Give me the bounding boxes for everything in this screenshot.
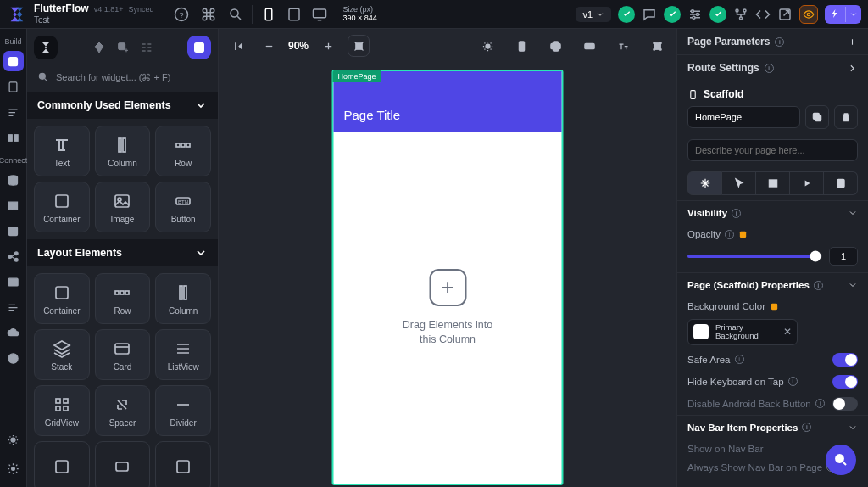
widget-search[interactable]: Search for widget... (⌘ + F) [27, 66, 218, 92]
phone-portrait-icon[interactable] [261, 7, 276, 22]
widget-row-2[interactable]: Row [95, 273, 151, 324]
resize-handles-toggle[interactable] [348, 35, 370, 57]
tab-docs[interactable] [824, 171, 858, 195]
widget-image[interactable]: Image [95, 182, 151, 232]
rail-tests[interactable] [3, 348, 24, 368]
widget-more-2[interactable] [95, 441, 151, 487]
page-description-input[interactable] [687, 139, 858, 161]
rail-settings[interactable] [3, 458, 24, 479]
plus-icon: + [429, 269, 466, 306]
route-settings-header[interactable]: Route Settingsi [677, 55, 868, 81]
widget-card[interactable]: Card [95, 329, 151, 380]
page-parameters-header[interactable]: Page Parametersi [677, 29, 868, 55]
widget-stack[interactable]: Stack [34, 329, 90, 380]
device-preview[interactable]: HomePage Page Title + Drag Elements into… [332, 70, 564, 485]
copy-button[interactable] [805, 105, 829, 129]
tab-cursor[interactable] [722, 171, 756, 195]
rail-widgets[interactable] [3, 51, 24, 71]
canvas-size: Size (px) 390 × 844 [342, 6, 376, 23]
tab-actions[interactable] [687, 171, 722, 195]
rail-tree[interactable] [3, 102, 24, 122]
widget-spacer[interactable]: Spacer [95, 385, 151, 436]
widget-divider[interactable]: Divider [155, 385, 211, 436]
code-icon[interactable] [755, 7, 771, 22]
components-icon[interactable] [140, 41, 153, 54]
status-check-2[interactable] [664, 6, 681, 23]
template-add-icon[interactable] [116, 41, 130, 54]
rail-appstate[interactable] [3, 221, 24, 241]
bg-color-chip[interactable]: PrimaryBackground ✕ [687, 319, 798, 345]
desktop-icon[interactable] [312, 7, 327, 22]
rail-media[interactable] [3, 271, 24, 292]
app-version: v4.1.81+ [94, 6, 124, 14]
close-icon[interactable]: ✕ [783, 326, 792, 338]
tab-animations[interactable] [790, 171, 824, 195]
section-common-header[interactable]: Commonly Used Elements [27, 92, 218, 119]
variable-icon[interactable] [738, 230, 748, 239]
help-icon[interactable]: ? [174, 7, 189, 22]
safe-area-toggle[interactable] [832, 353, 858, 367]
rail-storyboard[interactable] [3, 127, 24, 148]
search-icon[interactable] [228, 7, 243, 22]
version-selector[interactable]: v1 [576, 7, 611, 22]
widget-more-3[interactable] [155, 441, 211, 487]
add-widget-button[interactable] [187, 36, 211, 59]
widget-column[interactable]: Column [95, 126, 151, 176]
svg-rect-35 [176, 143, 180, 147]
widget-gridview[interactable]: GridView [34, 385, 90, 436]
widget-more-1[interactable] [34, 441, 90, 487]
rail-custom-code[interactable] [3, 297, 24, 317]
collapse-panel-icon[interactable] [227, 35, 249, 57]
settings-sliders-icon[interactable] [687, 7, 703, 22]
disable-back-toggle[interactable] [832, 397, 858, 411]
widget-listview[interactable]: ListView [155, 329, 211, 380]
plus-icon[interactable] [847, 36, 858, 48]
rail-datatypes[interactable] [3, 195, 24, 216]
widget-row[interactable]: Row [155, 126, 211, 176]
navbar-props-header[interactable]: Nav Bar Item Propertiesi [677, 415, 868, 439]
zoom-in-button[interactable] [317, 35, 339, 57]
keyboard-icon[interactable] [578, 35, 600, 57]
preview-button[interactable] [799, 5, 818, 24]
variable-icon[interactable] [770, 302, 779, 311]
text-size-icon[interactable] [612, 35, 634, 57]
tab-backend[interactable] [756, 171, 790, 195]
delete-button[interactable] [834, 105, 858, 129]
command-icon[interactable] [201, 7, 216, 22]
run-button[interactable] [825, 5, 861, 24]
diamond-icon[interactable] [92, 41, 106, 54]
svg-rect-39 [115, 195, 129, 207]
scaffold-header: Scaffold [677, 81, 868, 105]
flutter-icon[interactable] [34, 36, 58, 59]
device-phone-icon[interactable] [510, 35, 532, 57]
widget-column-2[interactable]: Column [155, 273, 211, 324]
rail-firestore[interactable] [3, 170, 24, 190]
orientation-icon[interactable] [544, 35, 566, 57]
chat-icon[interactable] [642, 7, 657, 22]
page-name-input[interactable] [687, 106, 800, 128]
rail-pages[interactable] [3, 76, 24, 97]
rail-api[interactable] [3, 246, 24, 266]
hide-keyboard-toggle[interactable] [832, 375, 858, 389]
opacity-slider[interactable] [687, 255, 822, 258]
tablet-icon[interactable] [287, 7, 302, 22]
widget-button[interactable]: BTNButton [155, 182, 211, 232]
drop-target[interactable]: + Drag Elements intothis Column [334, 132, 562, 484]
branch-icon[interactable] [733, 7, 748, 22]
page-props-header[interactable]: Page (Scaffold) Propertiesi [677, 272, 868, 297]
light-mode-icon[interactable] [476, 35, 498, 57]
rail-cloud[interactable] [3, 322, 24, 343]
widget-container-2[interactable]: Container [34, 273, 90, 324]
status-check-3[interactable] [709, 6, 726, 23]
rail-theme[interactable] [3, 429, 24, 450]
search-fab[interactable] [826, 445, 856, 475]
multi-device-icon[interactable] [646, 35, 668, 57]
zoom-out-button[interactable] [258, 35, 280, 57]
section-layout-header[interactable]: Layout Elements [27, 239, 218, 266]
widget-text[interactable]: Text [34, 126, 90, 176]
opacity-value[interactable]: 1 [829, 247, 858, 266]
status-check-1[interactable] [618, 6, 635, 23]
launch-icon[interactable] [777, 7, 793, 22]
visibility-header[interactable]: Visibilityi [677, 200, 868, 225]
widget-container[interactable]: Container [34, 182, 90, 232]
